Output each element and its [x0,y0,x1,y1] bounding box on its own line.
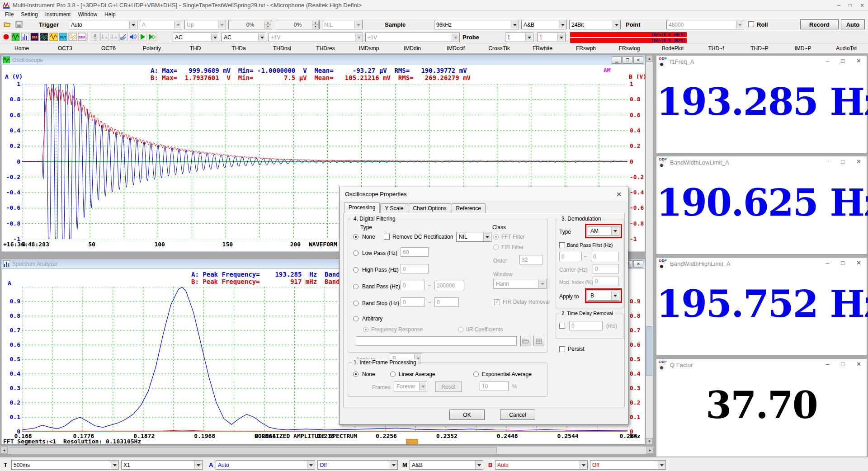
radio-arbitrary[interactable] [353,316,359,321]
panel-tab-audiotst[interactable]: AudioTst [825,43,868,53]
minimize-icon[interactable]: – [826,57,829,64]
fir-delay-removal-checkbox[interactable] [494,299,500,305]
coupling-b-combo[interactable]: AC [222,33,266,42]
chevron-down-icon[interactable] [258,33,265,41]
panel-tab-home[interactable]: Home [0,43,43,53]
scroll-up-icon[interactable]: ▲ [646,55,653,62]
chevron-down-icon[interactable] [483,233,491,241]
ground-b-icon[interactable]: B [110,33,118,41]
record-length-combo[interactable]: 48000 [666,20,744,29]
band-pass-first-checkbox[interactable] [559,242,565,248]
maximize-icon[interactable]: □ [841,361,844,367]
sweep-time-combo[interactable]: 500ms [11,460,119,470]
chevron-down-icon[interactable] [511,21,518,28]
run-icon[interactable] [138,33,147,41]
menu-help[interactable]: Help [101,11,119,18]
window-combo[interactable]: Hann [493,279,547,289]
chevron-down-icon[interactable] [218,21,225,28]
panel-tab-polarity[interactable]: Polarity [130,43,174,53]
vertical-scroll-thumb[interactable] [646,326,652,376]
calibration-icon[interactable] [119,33,128,41]
ground-a-icon[interactable]: A [100,33,109,41]
chevron-down-icon[interactable] [525,33,533,41]
trigger-delay-spinner[interactable]: 0%▲▼ [276,20,320,29]
time-delay-checkbox[interactable] [559,323,565,329]
chevron-down-icon[interactable] [211,33,218,41]
cancel-button[interactable]: Cancel [500,410,535,420]
close-icon[interactable]: ✕ [856,361,861,367]
demod-bp-low-field[interactable]: 0 [559,252,582,261]
run-dtp-icon[interactable] [148,33,156,41]
record-button[interactable]: Record [800,19,839,29]
close-icon[interactable]: ✕ [856,259,861,266]
radio-fir-filter[interactable] [493,245,499,250]
chevron-down-icon[interactable] [559,21,566,28]
spectrum-3d-plot-icon[interactable] [40,33,48,41]
chevron-down-icon[interactable] [736,21,743,28]
radio-none[interactable] [353,234,359,240]
oscilloscope-titlebar[interactable]: Oscilloscope ▁ ❐ ✕ [1,55,645,65]
derived-data-curve-icon[interactable] [68,33,77,41]
menu-instrument[interactable]: Instrument [42,11,74,18]
close-icon[interactable]: ✕ [633,57,643,64]
chevron-down-icon[interactable] [355,33,362,41]
chevron-down-icon[interactable] [613,21,620,28]
menu-setting[interactable]: Setting [18,11,41,18]
radio-band-pass[interactable] [353,284,359,289]
panel-tab-oct6[interactable]: OCT6 [87,43,130,53]
vertical-scrollbar[interactable]: ▲ ▼ [646,55,653,445]
mod-index-field[interactable]: 0 [593,277,619,286]
chevron-down-icon[interactable] [580,461,587,469]
range-b-combo[interactable]: ±1V [365,33,460,42]
panel-tab-thda[interactable]: THDa [217,43,260,53]
a-extra-combo[interactable]: Off [317,460,398,470]
maximize-icon[interactable]: □ [841,57,844,64]
coupling-a-combo[interactable]: AC [173,33,219,42]
panel-tab-thd~f[interactable]: THD~f [694,43,738,53]
frames-combo[interactable]: Forever [394,382,427,391]
panel-tab-thd~p[interactable]: THD~P [738,43,781,53]
tab-reference[interactable]: Reference [452,203,486,213]
band-stop-low-field[interactable]: 0 [401,297,425,307]
scroll-down-icon[interactable]: ▼ [646,438,653,445]
close-icon[interactable]: ✕ [856,57,861,64]
m-channels-combo[interactable]: A&B [410,460,483,470]
chevron-down-icon[interactable] [354,21,362,28]
maximize-icon[interactable]: □ [841,259,844,266]
minimize-icon[interactable]: – [826,259,829,266]
trigger-hpf-combo[interactable]: NIL [322,20,363,29]
close-icon[interactable]: ✕ [614,190,623,199]
roll-checkbox[interactable] [748,21,754,27]
chevron-down-icon[interactable] [194,461,202,469]
bit-depth-combo[interactable]: 24Bit [569,20,621,29]
horizontal-scrollbar[interactable]: ◄ ► [0,446,654,454]
record-icon[interactable] [2,33,10,41]
chevron-down-icon[interactable] [557,33,565,41]
panel-tab-imd~p[interactable]: IMD~P [781,43,825,53]
maximize-icon[interactable]: □ [849,2,852,9]
maximize-icon[interactable]: □ [841,158,844,165]
trigger-source-combo[interactable]: A [140,20,182,29]
b-range-combo[interactable]: Auto [495,460,588,470]
chevron-down-icon[interactable] [174,21,181,28]
save-icon[interactable] [15,21,23,29]
radio-frequency-response[interactable] [363,327,368,332]
pan-position-marker[interactable] [406,439,418,444]
panel-tab-imddin[interactable]: IMDdin [391,43,434,53]
sound-output-icon[interactable] [129,33,137,41]
demod-bp-high-field[interactable]: 0 [591,252,619,261]
band-stop-high-field[interactable]: 0 [434,297,459,307]
microphone-icon[interactable] [91,33,99,41]
panel-tab-thdres[interactable]: THDres [304,43,347,53]
sampling-channels-combo[interactable]: A&B [521,20,567,29]
radio-fft-filter[interactable] [493,234,499,240]
exponential-average-field[interactable]: 10 [480,382,509,391]
chevron-down-icon[interactable] [538,280,546,288]
arbitrary-file-field[interactable] [356,336,517,346]
scroll-right-icon[interactable]: ► [646,447,654,454]
radio-low-pass[interactable] [353,250,359,256]
panel-tab-frswph[interactable]: FRswph [564,43,608,53]
band-pass-low-field[interactable]: 0 [401,281,425,290]
device-test-plan-icon[interactable]: DUT [59,33,67,41]
dialog-titlebar[interactable]: Oscilloscope Properties ✕ [340,187,628,201]
